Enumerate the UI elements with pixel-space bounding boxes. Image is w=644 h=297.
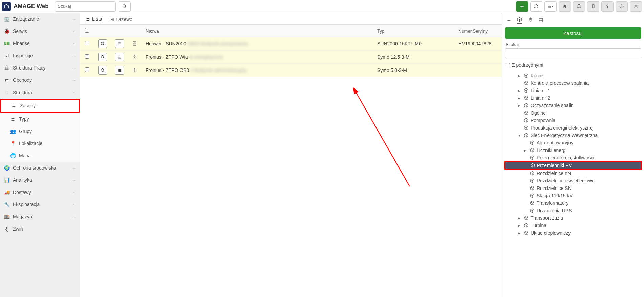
tree-item[interactable]: Rozdzielnice oświetleniowe — [505, 177, 641, 184]
panel-tabs: ≣ ▤ — [505, 16, 641, 27]
tree-label: Produkcja energii elektrycznej — [531, 125, 594, 131]
tree-item[interactable]: Transformatory — [505, 199, 641, 207]
nav-magazyn[interactable]: 🏬Magazyn︿ — [0, 211, 80, 223]
caret-icon: ▶ — [518, 96, 522, 100]
nav-struktura[interactable]: ⌗Struktura﹀ — [0, 86, 80, 99]
col-nazwa[interactable]: Nazwa — [142, 25, 373, 37]
add-button[interactable] — [516, 1, 528, 12]
nav-eksploatacja[interactable]: 🔧Eksploatacja︿ — [0, 198, 80, 211]
chevron-up-icon: ︿ — [72, 17, 76, 21]
nav-inspekcje[interactable]: ☑Inspekcje︿ — [0, 50, 80, 62]
row-checkbox[interactable] — [85, 54, 89, 59]
globe-icon: 🌍 — [4, 165, 9, 171]
chevron-up-icon: ︿ — [72, 214, 76, 219]
db-icon: 🗄 — [132, 67, 137, 73]
highlight-annotation: Przemienniki PV — [504, 161, 642, 170]
col-typ[interactable]: Typ — [373, 25, 454, 37]
chevron-up-icon: ︿ — [72, 78, 76, 82]
nav-ochrona[interactable]: 🌍Ochrona środowiska︿ — [0, 162, 80, 174]
refresh-button[interactable] — [530, 1, 542, 12]
header-actions — [516, 1, 642, 12]
tab-lista[interactable]: ≣Lista — [86, 16, 102, 24]
nav-analityka[interactable]: 📊Analityka︿ — [0, 174, 80, 186]
mobile-button[interactable] — [587, 1, 599, 12]
tree-item[interactable]: Ogólne — [505, 109, 641, 117]
tree-item[interactable]: Przemienniki PV — [505, 162, 641, 169]
tree-label: Kontrola procesów spalania — [531, 80, 589, 86]
table-row[interactable]: 🗄Fronius - ZTPO Wia ta energetycznaSymo … — [80, 51, 502, 64]
tab-label: Drzewo — [116, 17, 132, 22]
nav-zwin[interactable]: ❮Zwiń — [0, 223, 80, 235]
caret-icon: ▶ — [518, 74, 522, 78]
tree-item[interactable]: ▶Oczyszczanie spalin — [505, 102, 641, 109]
home-button[interactable] — [559, 1, 571, 12]
search-button[interactable] — [119, 1, 131, 12]
tree-item[interactable]: Kontrola procesów spalania — [505, 79, 641, 87]
tree-item[interactable]: Agregat awaryjny — [505, 139, 641, 146]
row-menu-button[interactable] — [115, 53, 124, 61]
tree-label: Liczniki energii — [537, 147, 568, 153]
search-input[interactable] — [55, 1, 116, 12]
nav-zarzadzanie[interactable]: 🏢Zarządzanie︿ — [0, 13, 80, 25]
nav-struktura-pracy[interactable]: 🏛Struktura Pracy︿ — [0, 62, 80, 74]
tree-item[interactable]: ▶Kocioł — [505, 72, 641, 79]
package-icon — [530, 208, 535, 213]
nav-dostawy[interactable]: 🚚Dostawy︿ — [0, 186, 80, 198]
tree-item[interactable]: Produkcja energii elektrycznej — [505, 124, 641, 132]
help-button[interactable] — [601, 1, 614, 12]
filter-search-input[interactable] — [505, 48, 641, 58]
caret-icon: ▶ — [518, 89, 522, 93]
nav-serwis[interactable]: 🐞Serwis︿ — [0, 25, 80, 37]
row-view-button[interactable] — [98, 66, 107, 75]
notifications-button[interactable] — [573, 1, 585, 12]
row-menu-button[interactable] — [115, 66, 124, 75]
nav-typy[interactable]: ≣Typy — [0, 113, 80, 125]
panel-tab-columns[interactable]: ▤ — [539, 17, 543, 24]
nav-zasoby[interactable]: ≣Zasoby — [1, 100, 79, 112]
with-children-checkbox[interactable] — [506, 63, 510, 67]
tree-item[interactable]: ▶Transport żużla — [505, 214, 641, 222]
tree-item[interactable]: ▶Turbina — [505, 222, 641, 229]
apply-button[interactable]: Zastosuj — [505, 27, 641, 39]
tree-item[interactable]: Przemienniki częstotliwości — [505, 154, 641, 161]
nav-grupy[interactable]: 👥Grupy — [0, 125, 80, 137]
row-menu-button[interactable] — [115, 39, 124, 48]
tree-item[interactable]: Rozdzielnice SN — [505, 184, 641, 192]
caret-icon: ▶ — [518, 216, 522, 220]
row-checkbox[interactable] — [85, 41, 89, 45]
col-serial[interactable]: Numer Seryjny — [454, 25, 502, 37]
tree-item[interactable]: ▶Układ ciepłowniczy — [505, 229, 641, 237]
db-icon: 🗄 — [132, 54, 137, 60]
tree-item[interactable]: ▶Linia nr 1 — [505, 87, 641, 94]
svg-point-18 — [101, 55, 104, 58]
nav-lokalizacje[interactable]: 📍Lokalizacje — [0, 137, 80, 150]
row-view-button[interactable] — [98, 39, 107, 48]
select-all-checkbox[interactable] — [85, 28, 89, 33]
table-row[interactable]: 🗄Huawei - SUN2000 OB02 Budynek pompowani… — [80, 37, 502, 51]
tree-item[interactable]: ▶Linia nr 2 — [505, 94, 641, 102]
nav-mapa[interactable]: 🌐Mapa — [0, 150, 80, 162]
tree-label: Rozdzielnice oświetleniowe — [537, 178, 594, 183]
table-row[interactable]: 🗄Fronius - ZTPO OB0 2 Budynek administra… — [80, 64, 502, 77]
tab-drzewo[interactable]: ⊞Drzewo — [110, 16, 132, 24]
nav-label: Finanse — [13, 41, 30, 46]
nav-finanse[interactable]: 💵Finanse︿ — [0, 37, 80, 50]
with-children-row[interactable]: Z podrzędnymi — [506, 62, 641, 68]
close-button[interactable] — [630, 1, 642, 12]
tree-item[interactable]: Pompownia — [505, 117, 641, 124]
tree-item[interactable]: Stacja 110/15 kV — [505, 192, 641, 199]
nav-obchody[interactable]: ⇄Obchody︿ — [0, 74, 80, 86]
row-view-button[interactable] — [98, 53, 107, 61]
panel-tab-list[interactable]: ≣ — [507, 17, 511, 24]
tree-item[interactable]: Rozdzielnice nN — [505, 170, 641, 177]
tree-item[interactable]: Urządzenia UPS — [505, 207, 641, 214]
panel-tab-package[interactable] — [517, 17, 522, 24]
tree-item[interactable]: ▼Sieć Energetyczna Wewnętrzna — [505, 132, 641, 139]
panel-tab-pin[interactable] — [528, 17, 533, 24]
tree-item[interactable]: ▶Liczniki energii — [505, 146, 641, 154]
wrench-icon: 🔧 — [4, 202, 9, 207]
menu-dropdown-button[interactable] — [544, 1, 557, 12]
settings-button[interactable] — [616, 1, 628, 12]
list-icon: ≣ — [10, 116, 16, 122]
row-checkbox[interactable] — [85, 67, 89, 72]
